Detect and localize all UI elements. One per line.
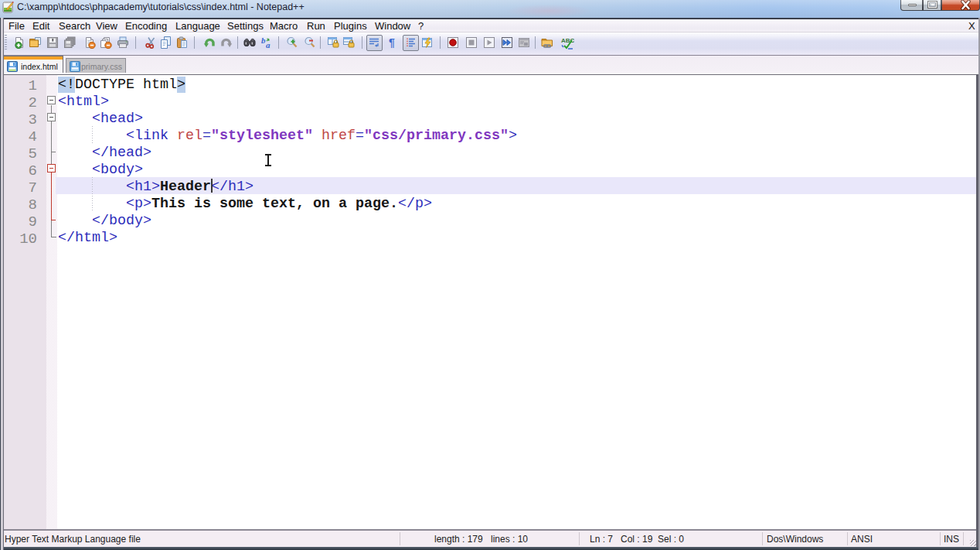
svg-text:a: a bbox=[266, 40, 271, 49]
svg-text:¶: ¶ bbox=[389, 36, 395, 49]
